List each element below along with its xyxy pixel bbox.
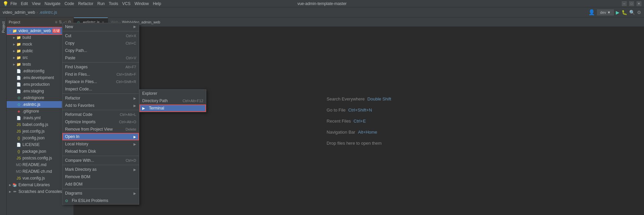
ctx-terminal[interactable]: ▶ Terminal [140, 104, 206, 112]
file-icon: 📄 [16, 82, 21, 87]
ctx-shortcut: Ctrl+Alt+O [119, 120, 136, 124]
ctx-refactor[interactable]: Refactor ▶ [62, 94, 139, 102]
menu-run[interactable]: Run [97, 1, 105, 6]
item-label: .eslintrc.js [22, 102, 40, 107]
ctx-remove[interactable]: Remove from Project View Delete [62, 126, 139, 133]
menu-tools[interactable]: Tools [109, 1, 118, 6]
user-icon[interactable]: 👤 [588, 9, 595, 15]
ctx-label: Open In [65, 134, 132, 139]
ctx-sep [62, 165, 139, 165]
menu-vcs[interactable]: VCS [122, 1, 130, 6]
hint-drop: Drop files here to open them [327, 141, 382, 146]
ctx-find-usages[interactable]: Find Usages Alt+F7 [62, 63, 139, 71]
scratch-icon: ✏ [12, 189, 17, 194]
ctx-label: Local History [65, 142, 132, 146]
item-label: .env.staging [22, 89, 44, 93]
ctx-new[interactable]: New ▶ [62, 23, 139, 30]
ctx-open-in[interactable]: Open In ▶ [62, 133, 139, 140]
ctx-label: Inspect Code... [65, 87, 136, 91]
branch-button[interactable]: dev ▼ [597, 9, 614, 15]
file-icon: JS [16, 122, 21, 127]
item-label: jsconfig.json [22, 136, 45, 140]
ctx-copy-path[interactable]: Copy Path... [62, 47, 139, 54]
menu-file[interactable]: File [10, 1, 17, 6]
ctx-cut[interactable]: Cut Ctrl+X [62, 32, 139, 40]
ctx-find-files[interactable]: Find in Files... Ctrl+Shift+F [62, 71, 139, 78]
expand-arrow: ▶ [8, 184, 12, 187]
ctx-paste[interactable]: Paste Ctrl+V [62, 54, 139, 62]
breadcrumb-file: .eslintrc.js [39, 10, 57, 15]
menu-edit[interactable]: Edit [21, 1, 28, 6]
menu-bar: File Edit View Navigate Code Refactor Ru… [10, 1, 161, 6]
menu-window[interactable]: Window [135, 1, 149, 6]
file-icon: JS [16, 155, 21, 161]
ctx-copy[interactable]: Copy Ctrl+C [62, 40, 139, 47]
item-label: babel.config.js [22, 122, 48, 127]
ctx-diagrams[interactable]: Diagrams ▶ [62, 190, 139, 197]
ctx-directory-path[interactable]: Directory Path Ctrl+Alt+F12 [140, 97, 206, 104]
file-icon: 📄 [16, 88, 21, 94]
context-menu: New ▶ Cut Ctrl+X Copy Ctrl+C Copy Path..… [62, 23, 139, 205]
item-label: postcss.config.js [22, 156, 52, 160]
ctx-fix-eslint[interactable]: ⊙ Fix ESLint Problems [62, 197, 139, 204]
panel-settings-icon[interactable]: ≡ [55, 20, 57, 24]
item-label: .eslintignore [22, 95, 44, 100]
ctx-shortcut: Ctrl+Alt+L [120, 113, 136, 117]
ctx-reload[interactable]: Reload from Disk [62, 148, 139, 155]
ctx-label: Optimize Imports [65, 120, 116, 124]
maximize-button[interactable]: □ [629, 1, 634, 6]
ctx-remove-bom[interactable]: Remove BOM [62, 173, 139, 181]
menu-code[interactable]: Code [64, 1, 74, 6]
ctx-add-bom[interactable]: Add BOM [62, 181, 139, 188]
search-icon[interactable]: 🔍 [629, 10, 635, 15]
ctx-label: Reload from Disk [65, 149, 136, 154]
panel-sort-icon[interactable]: ⇅ [59, 20, 62, 24]
menu-refactor[interactable]: Refactor [78, 1, 93, 6]
ctx-favorites[interactable]: Add to Favorites ▶ [62, 102, 139, 109]
ctx-compare[interactable]: Compare With... Ctrl+D [62, 157, 139, 164]
menu-view[interactable]: View [32, 1, 41, 6]
ctx-explorer[interactable]: Explorer [140, 90, 206, 97]
minimize-button[interactable]: ─ [622, 1, 627, 6]
title-bar-left: 💡 File Edit View Navigate Code Refactor … [3, 1, 161, 6]
file-icon: JS [16, 175, 21, 181]
ctx-replace-files[interactable]: Replace in Files... Ctrl+Shift+R [62, 78, 139, 85]
ctx-inspect[interactable]: Inspect Code... [62, 85, 139, 93]
project-tab[interactable]: Project [1, 19, 6, 35]
ctx-label: Reformat Code [65, 112, 117, 117]
ctx-label: Remove BOM [65, 174, 136, 179]
ctx-arrow: ▶ [133, 192, 136, 195]
hint-nav: Navigation Bar Alt+Home [327, 130, 377, 135]
item-label: jest.config.js [22, 129, 45, 134]
file-icon: JS [16, 129, 21, 134]
breadcrumb-sep: › [37, 10, 38, 15]
ctx-local-history[interactable]: Local History ▶ [62, 140, 139, 148]
file-icon: MD [16, 162, 21, 167]
expand-arrow: ▶ [12, 36, 16, 39]
menu-help[interactable]: Help [153, 1, 161, 6]
run-icon[interactable]: ▶ [616, 10, 620, 15]
expand-arrow: ▶ [12, 50, 16, 53]
menu-navigate[interactable]: Navigate [45, 1, 60, 6]
item-label: README-zh.md [22, 169, 52, 174]
ctx-label: Mark Directory as [65, 167, 132, 172]
tab-bar: ⊙ .eslintrc.js ✕ Web › Web/video_admin_w… [74, 17, 644, 27]
ctx-label: Explorer [142, 91, 203, 96]
terminal-icon: ▶ [142, 106, 148, 111]
ctx-label: Directory Path [142, 98, 180, 103]
ctx-label: Cut [65, 33, 123, 38]
ctx-mark-dir[interactable]: Mark Directory as ▶ [62, 166, 139, 173]
item-label: .gitignore [22, 109, 39, 114]
hint-key: Ctrl+Shift+N [348, 108, 372, 113]
debug-icon[interactable]: 🐛 [622, 10, 627, 15]
close-button[interactable]: ✕ [637, 1, 641, 6]
lib-icon: 📚 [12, 182, 17, 188]
ctx-optimize[interactable]: Optimize Imports Ctrl+Alt+O [62, 118, 139, 126]
file-icon: 📄 [16, 115, 21, 121]
ctx-label: Remove from Project View [65, 127, 123, 132]
ctx-reformat[interactable]: Reformat Code Ctrl+Alt+L [62, 111, 139, 118]
settings-icon[interactable]: ⚙ [637, 10, 641, 15]
hints-container: Search Everywhere Double Shift Go to Fil… [327, 96, 391, 146]
hint-key: Alt+Home [358, 130, 377, 135]
hint-text: Go to File [327, 108, 345, 113]
